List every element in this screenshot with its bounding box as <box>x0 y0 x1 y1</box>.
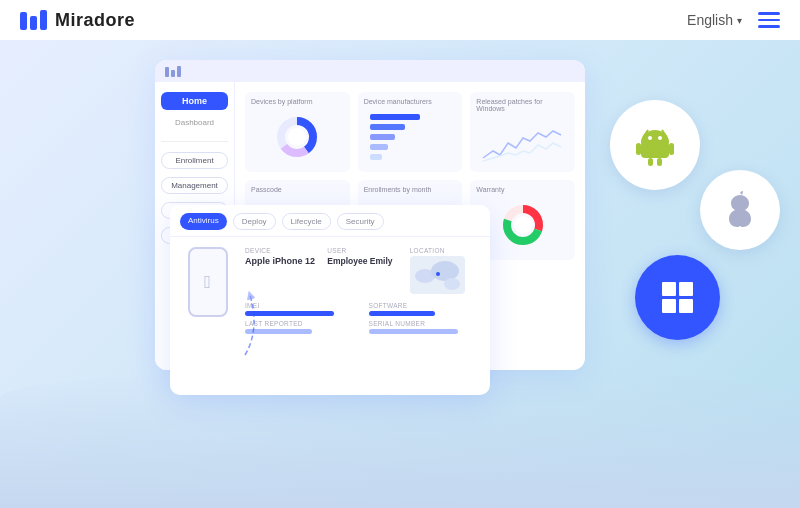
device-name-field: DEVICE Apple iPhone 12 <box>245 247 315 294</box>
chart-visual-3 <box>476 116 569 171</box>
chart-devices-by-platform: Devices by platform <box>245 92 350 172</box>
tab-deploy[interactable]: Deploy <box>233 213 276 230</box>
device-row-1: DEVICE Apple iPhone 12 User Employee Emi… <box>245 247 480 294</box>
serial-label: Serial number <box>369 320 481 327</box>
sidebar-home-button[interactable]: Home <box>161 92 228 110</box>
logo-bar-1 <box>20 12 27 30</box>
header-right: English ▾ <box>687 12 780 28</box>
software-bar <box>369 311 436 316</box>
tab-lifecycle[interactable]: Lifecycle <box>282 213 331 230</box>
svg-point-15 <box>436 272 440 276</box>
device-phone-image:  <box>180 247 235 379</box>
wt-bar-2 <box>171 70 175 77</box>
logo-text: Miradore <box>55 10 135 31</box>
wt-bar-1 <box>165 67 169 77</box>
chart-title-2: Device manufacturers <box>364 98 457 105</box>
software-label: Software <box>369 302 481 309</box>
device-tabs: Antivirus Deploy Lifecycle Security <box>170 205 490 237</box>
svg-rect-22 <box>636 143 641 155</box>
sidebar-divider <box>161 141 228 142</box>
chart-patches-windows: Released patches for Windows <box>470 92 575 172</box>
android-icon-circle <box>610 100 700 190</box>
main-content: Home Dashboard Enrollment Management Com… <box>0 40 800 508</box>
sidebar-item-enrollment[interactable]: Enrollment <box>161 152 228 169</box>
serial-bar <box>369 329 458 334</box>
last-reported-bar <box>245 329 312 334</box>
phone-outline:  <box>188 247 228 317</box>
software-field: Software Serial number <box>369 302 481 336</box>
user-field: User Employee Emily <box>327 247 397 294</box>
win-pane-2 <box>679 282 693 296</box>
logo: Miradore <box>20 10 135 31</box>
chart-title-1: Devices by platform <box>251 98 344 105</box>
location-field: Location <box>410 247 480 294</box>
hamburger-line-2 <box>758 19 780 22</box>
device-info: DEVICE Apple iPhone 12 User Employee Emi… <box>245 247 480 379</box>
location-label: Location <box>410 247 480 254</box>
user-value: Employee Emily <box>327 256 397 266</box>
header: Miradore English ▾ <box>0 0 800 40</box>
svg-rect-23 <box>669 143 674 155</box>
svg-rect-24 <box>648 158 653 166</box>
last-reported-label: Last reported <box>245 320 357 327</box>
win-pane-4 <box>679 299 693 313</box>
language-selector[interactable]: English ▾ <box>687 12 742 28</box>
android-svg <box>630 120 680 170</box>
logo-bar-3 <box>40 10 47 30</box>
chart-title-6: Warranty <box>476 186 569 193</box>
wt-bar-3 <box>177 66 181 77</box>
svg-rect-25 <box>657 158 662 166</box>
chart-title-4: Passcode <box>251 186 344 193</box>
svg-point-13 <box>431 261 459 281</box>
apple-svg <box>721 191 759 229</box>
logo-icon <box>20 10 47 30</box>
sidebar-dashboard-label: Dashboard <box>161 118 228 127</box>
svg-point-11 <box>514 216 532 234</box>
imei-label: IMEI <box>245 302 357 309</box>
win-pane-3 <box>662 299 676 313</box>
logo-bar-2 <box>30 16 37 30</box>
apple-logo-icon:  <box>204 272 211 293</box>
device-window: Antivirus Deploy Lifecycle Security  DE… <box>170 205 490 395</box>
hamburger-menu[interactable] <box>758 12 780 28</box>
chart-visual-6 <box>476 197 569 252</box>
sidebar-item-management[interactable]: Management <box>161 177 228 194</box>
language-arrow-icon: ▾ <box>737 15 742 26</box>
chart-visual-1 <box>251 109 344 164</box>
chart-device-manufacturers: Device manufacturers <box>358 92 463 172</box>
windows-icon <box>662 282 693 313</box>
device-row-2: IMEI Last reported Software Serial numbe… <box>245 302 480 336</box>
chart-title-5: Enrollments by month <box>364 186 457 193</box>
hamburger-line-1 <box>758 12 780 15</box>
svg-point-3 <box>288 128 306 146</box>
svg-rect-17 <box>641 142 669 158</box>
map-svg <box>410 256 465 294</box>
chart-visual-2 <box>364 109 457 164</box>
device-value: Apple iPhone 12 <box>245 256 315 266</box>
svg-point-19 <box>658 136 662 140</box>
tab-antivirus[interactable]: Antivirus <box>180 213 227 230</box>
svg-point-14 <box>444 278 460 290</box>
imei-field: IMEI Last reported <box>245 302 357 336</box>
apple-icon-circle <box>700 170 780 250</box>
svg-point-18 <box>648 136 652 140</box>
user-label: User <box>327 247 397 254</box>
tab-security[interactable]: Security <box>337 213 384 230</box>
windows-icon-circle <box>635 255 720 340</box>
device-label: DEVICE <box>245 247 315 254</box>
hamburger-line-3 <box>758 25 780 28</box>
window-title-icon <box>165 66 181 77</box>
window-titlebar <box>155 60 585 82</box>
language-label: English <box>687 12 733 28</box>
imei-bar <box>245 311 334 316</box>
map-placeholder <box>410 256 465 294</box>
device-body:  DEVICE Apple iPhone 12 User Employee E… <box>170 237 490 389</box>
win-pane-1 <box>662 282 676 296</box>
chart-title-3: Released patches for Windows <box>476 98 569 112</box>
